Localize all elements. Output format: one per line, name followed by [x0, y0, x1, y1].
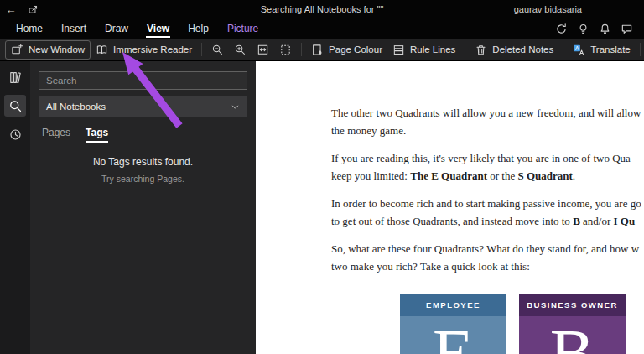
text-segment: two make you rich? Take a quick look at …: [331, 260, 530, 273]
svg-text:A: A: [575, 44, 579, 50]
deleted-notes-label: Deleted Notes: [492, 44, 553, 55]
ribbon-divider: [640, 43, 641, 56]
ribbon-divider: [201, 43, 202, 56]
note-line: two make you rich? Take a quick look at …: [331, 258, 644, 275]
text-segment: to get out of those Quadrants, and inste…: [331, 215, 573, 227]
tab-pages[interactable]: Pages: [42, 127, 70, 143]
menu-item-draw[interactable]: Draw: [96, 18, 138, 39]
text-segment: the money game.: [331, 124, 406, 137]
rule-lines-label: Rule Lines: [410, 44, 455, 55]
back-icon[interactable]: ←: [0, 0, 22, 18]
deleted-notes-button[interactable]: Deleted Notes: [470, 41, 558, 59]
employee-card-letter: E: [400, 316, 506, 354]
new-window-icon: [11, 44, 23, 56]
text-segment: .: [573, 169, 575, 182]
note-line: keep you limited: The E Quadrant or the …: [331, 167, 644, 185]
page-frame-icon: [279, 44, 292, 56]
immersive-reader-icon: [96, 44, 108, 56]
text-segment: and/or: [580, 215, 614, 227]
rule-lines-button[interactable]: Rule Lines: [387, 41, 460, 59]
new-window-label: New Window: [29, 44, 85, 55]
note-line: If you are reading this, it's very likel…: [331, 149, 644, 167]
rule-lines-icon: [392, 44, 405, 56]
quadrant-images: EMPLOYEE E BUSINESS OWNER B: [400, 294, 626, 354]
page-width-icon: [257, 44, 269, 56]
menubar: Home Insert Draw View Help Picture: [0, 18, 644, 39]
search-input[interactable]: [46, 75, 240, 86]
immersive-reader-button[interactable]: Immersive Reader: [91, 41, 197, 59]
translate-button[interactable]: A Translate: [568, 41, 636, 59]
menu-item-home[interactable]: Home: [7, 18, 52, 39]
chevron-down-icon: [231, 102, 240, 112]
zoom-in-icon: [234, 44, 247, 56]
sync-icon[interactable]: [554, 22, 569, 36]
bell-icon[interactable]: [598, 22, 612, 36]
menu-item-view[interactable]: View: [138, 18, 179, 39]
employee-card-header: EMPLOYEE: [400, 294, 506, 316]
note-canvas[interactable]: The other two Quadrants will allow you a…: [256, 61, 644, 354]
page-colour-icon: [311, 44, 324, 56]
history-icon[interactable]: [4, 123, 26, 145]
text-segment: The E Quadrant: [410, 169, 487, 182]
share-icon[interactable]: [22, 0, 44, 18]
note-line: In order to become rich and to start mak…: [331, 195, 644, 212]
empty-state-title: No Tags results found.: [30, 156, 256, 168]
ribbon-divider: [465, 43, 465, 56]
menu-item-help[interactable]: Help: [179, 18, 218, 39]
search-box: [39, 71, 247, 90]
page-colour-button[interactable]: Page Colour: [306, 41, 387, 59]
business-owner-quadrant-image[interactable]: BUSINESS OWNER B: [519, 294, 626, 354]
text-segment: If you are reading this, it's very likel…: [331, 152, 631, 164]
new-window-button[interactable]: New Window: [5, 40, 91, 60]
text-segment: I Qu: [614, 215, 636, 227]
menu-item-insert[interactable]: Insert: [52, 18, 96, 39]
notebooks-scope-label: All Notebooks: [46, 102, 106, 112]
navigation-rail: [0, 61, 30, 354]
titlebar: ← Searching All Notebooks for "" gaurav …: [0, 0, 644, 18]
zoom-out-button[interactable]: [206, 41, 229, 59]
window-title: Searching All Notebooks for "": [261, 4, 384, 14]
immersive-reader-label: Immersive Reader: [113, 44, 192, 55]
page-frame-button[interactable]: [274, 41, 297, 59]
text-segment: S Quadrant: [517, 169, 572, 182]
note-line: So, what are these four Quadrants? What …: [331, 240, 644, 258]
notebooks-scope-dropdown[interactable]: All Notebooks: [39, 96, 247, 117]
tab-tags[interactable]: Tags: [86, 127, 108, 143]
text-segment: or the: [487, 169, 517, 182]
business-card-letter: B: [519, 316, 626, 354]
menu-item-picture[interactable]: Picture: [218, 18, 267, 39]
page-width-button[interactable]: [252, 41, 274, 59]
text-segment: The other two Quadrants will allow you a…: [331, 107, 641, 119]
search-icon[interactable]: [4, 95, 26, 117]
zoom-out-icon: [211, 44, 224, 56]
translate-label: Translate: [590, 44, 631, 55]
note-line: the money game.: [331, 122, 644, 139]
menubar-icons: [554, 18, 644, 39]
search-sidebar: All Notebooks Pages Tags No Tags results…: [30, 61, 256, 354]
empty-state-hint: Try searching Pages.: [30, 174, 256, 184]
note-line: to get out of those Quadrants, and inste…: [331, 212, 644, 230]
note-line: The other two Quadrants will allow you a…: [331, 104, 644, 122]
text-segment: In order to become rich and to start mak…: [331, 197, 641, 210]
page-colour-label: Page Colour: [329, 44, 382, 55]
ribbon-divider: [563, 43, 564, 56]
text-segment: keep you limited:: [331, 169, 410, 182]
account-name[interactable]: gaurav bidasaria: [514, 4, 582, 14]
text-segment: So, what are these four Quadrants? What …: [331, 242, 639, 255]
lightbulb-icon[interactable]: [576, 22, 590, 36]
employee-quadrant-image[interactable]: EMPLOYEE E: [400, 294, 506, 354]
search-result-tabs: Pages Tags: [30, 117, 256, 143]
trash-icon: [475, 44, 487, 56]
text-segment: B: [573, 215, 580, 227]
feedback-icon[interactable]: [620, 22, 634, 36]
zoom-in-button[interactable]: [229, 41, 252, 59]
note-text: The other two Quadrants will allow you a…: [256, 61, 644, 275]
ribbon-toolbar: New Window Immersive Reader: [0, 39, 644, 61]
translate-icon: A: [573, 44, 585, 56]
ribbon-divider: [301, 43, 302, 56]
notebooks-icon[interactable]: [4, 66, 26, 88]
business-card-header: BUSINESS OWNER: [519, 294, 626, 316]
